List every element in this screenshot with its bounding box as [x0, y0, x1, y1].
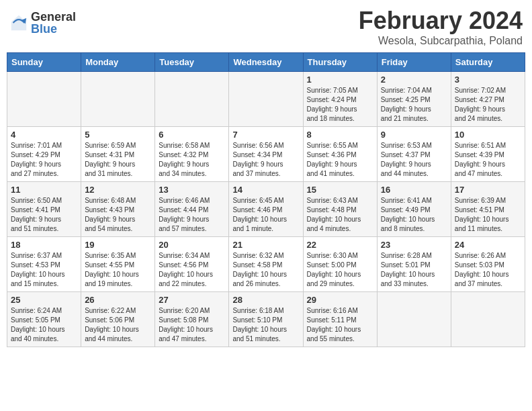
day-info: Sunrise: 7:05 AM Sunset: 4:24 PM Dayligh…	[307, 86, 373, 124]
logo-blue-text: Blue	[31, 23, 76, 35]
calendar-cell: 3Sunrise: 7:02 AM Sunset: 4:27 PM Daylig…	[451, 72, 525, 127]
week-row-4: 25Sunrise: 6:24 AM Sunset: 5:05 PM Dayli…	[7, 292, 525, 347]
day-info: Sunrise: 6:18 AM Sunset: 5:10 PM Dayligh…	[232, 306, 299, 344]
calendar-cell: 10Sunrise: 6:51 AM Sunset: 4:39 PM Dayli…	[451, 127, 525, 182]
calendar-cell: 2Sunrise: 7:04 AM Sunset: 4:25 PM Daylig…	[377, 72, 451, 127]
day-info: Sunrise: 6:20 AM Sunset: 5:08 PM Dayligh…	[159, 306, 225, 344]
day-number: 18	[11, 240, 77, 250]
logo-general-text: General	[31, 11, 76, 23]
day-info: Sunrise: 6:45 AM Sunset: 4:46 PM Dayligh…	[232, 196, 299, 234]
calendar-cell: 24Sunrise: 6:26 AM Sunset: 5:03 PM Dayli…	[451, 237, 525, 292]
calendar-cell: 23Sunrise: 6:28 AM Sunset: 5:01 PM Dayli…	[377, 237, 451, 292]
calendar-cell: 18Sunrise: 6:37 AM Sunset: 4:53 PM Dayli…	[7, 237, 81, 292]
day-info: Sunrise: 6:56 AM Sunset: 4:34 PM Dayligh…	[232, 141, 299, 179]
day-info: Sunrise: 6:34 AM Sunset: 4:56 PM Dayligh…	[159, 251, 225, 289]
day-number: 19	[85, 240, 151, 250]
day-info: Sunrise: 6:24 AM Sunset: 5:05 PM Dayligh…	[11, 306, 77, 344]
week-row-3: 18Sunrise: 6:37 AM Sunset: 4:53 PM Dayli…	[7, 237, 525, 292]
calendar-cell: 25Sunrise: 6:24 AM Sunset: 5:05 PM Dayli…	[7, 292, 81, 347]
header-tuesday: Tuesday	[155, 53, 229, 72]
calendar-cell: 6Sunrise: 6:58 AM Sunset: 4:32 PM Daylig…	[155, 127, 229, 182]
page-header: General Blue February 2024 Wesola, Subca…	[7, 7, 525, 47]
calendar-cell: 14Sunrise: 6:45 AM Sunset: 4:46 PM Dayli…	[229, 182, 303, 237]
day-info: Sunrise: 6:51 AM Sunset: 4:39 PM Dayligh…	[455, 141, 521, 179]
day-number: 22	[307, 240, 373, 250]
day-number: 3	[455, 75, 521, 85]
calendar-cell: 12Sunrise: 6:48 AM Sunset: 4:43 PM Dayli…	[81, 182, 155, 237]
calendar-cell	[451, 292, 525, 347]
day-info: Sunrise: 6:26 AM Sunset: 5:03 PM Dayligh…	[455, 251, 521, 289]
day-number: 21	[232, 240, 299, 250]
day-info: Sunrise: 6:28 AM Sunset: 5:01 PM Dayligh…	[381, 251, 447, 289]
header-saturday: Saturday	[451, 53, 525, 72]
day-info: Sunrise: 6:22 AM Sunset: 5:06 PM Dayligh…	[85, 306, 151, 344]
day-info: Sunrise: 6:58 AM Sunset: 4:32 PM Dayligh…	[159, 141, 225, 179]
day-info: Sunrise: 7:02 AM Sunset: 4:27 PM Dayligh…	[455, 86, 521, 124]
calendar-cell: 13Sunrise: 6:46 AM Sunset: 4:44 PM Dayli…	[155, 182, 229, 237]
day-info: Sunrise: 6:53 AM Sunset: 4:37 PM Dayligh…	[381, 141, 447, 179]
calendar-cell: 15Sunrise: 6:43 AM Sunset: 4:48 PM Dayli…	[303, 182, 377, 237]
calendar-cell: 11Sunrise: 6:50 AM Sunset: 4:41 PM Dayli…	[7, 182, 81, 237]
day-number: 25	[11, 295, 77, 305]
day-number: 26	[85, 295, 151, 305]
day-number: 5	[85, 130, 151, 140]
calendar-table: SundayMondayTuesdayWednesdayThursdayFrid…	[7, 52, 525, 347]
calendar-cell	[7, 72, 81, 127]
day-info: Sunrise: 6:32 AM Sunset: 4:58 PM Dayligh…	[232, 251, 299, 289]
day-number: 11	[11, 185, 77, 195]
day-info: Sunrise: 6:41 AM Sunset: 4:49 PM Dayligh…	[381, 196, 447, 234]
logo: General Blue	[9, 11, 76, 35]
header-row: SundayMondayTuesdayWednesdayThursdayFrid…	[7, 53, 525, 72]
calendar-cell: 19Sunrise: 6:35 AM Sunset: 4:55 PM Dayli…	[81, 237, 155, 292]
day-info: Sunrise: 6:48 AM Sunset: 4:43 PM Dayligh…	[85, 196, 151, 234]
week-row-1: 4Sunrise: 7:01 AM Sunset: 4:29 PM Daylig…	[7, 127, 525, 182]
week-row-0: 1Sunrise: 7:05 AM Sunset: 4:24 PM Daylig…	[7, 72, 525, 127]
day-number: 29	[307, 295, 373, 305]
day-number: 16	[381, 185, 447, 195]
calendar-cell	[81, 72, 155, 127]
day-info: Sunrise: 6:55 AM Sunset: 4:36 PM Dayligh…	[307, 141, 373, 179]
calendar-cell: 8Sunrise: 6:55 AM Sunset: 4:36 PM Daylig…	[303, 127, 377, 182]
header-thursday: Thursday	[303, 53, 377, 72]
calendar-cell: 27Sunrise: 6:20 AM Sunset: 5:08 PM Dayli…	[155, 292, 229, 347]
day-number: 12	[85, 185, 151, 195]
calendar-cell	[229, 72, 303, 127]
day-number: 27	[159, 295, 225, 305]
calendar-cell: 7Sunrise: 6:56 AM Sunset: 4:34 PM Daylig…	[229, 127, 303, 182]
calendar-cell	[377, 292, 451, 347]
day-number: 9	[381, 130, 447, 140]
day-number: 1	[307, 75, 373, 85]
calendar-body: 1Sunrise: 7:05 AM Sunset: 4:24 PM Daylig…	[7, 72, 525, 347]
calendar-cell: 9Sunrise: 6:53 AM Sunset: 4:37 PM Daylig…	[377, 127, 451, 182]
calendar-cell: 20Sunrise: 6:34 AM Sunset: 4:56 PM Dayli…	[155, 237, 229, 292]
location-text: Wesola, Subcarpathia, Poland	[359, 35, 523, 47]
day-info: Sunrise: 6:50 AM Sunset: 4:41 PM Dayligh…	[11, 196, 77, 234]
day-number: 10	[455, 130, 521, 140]
calendar-cell: 1Sunrise: 7:05 AM Sunset: 4:24 PM Daylig…	[303, 72, 377, 127]
day-info: Sunrise: 6:30 AM Sunset: 5:00 PM Dayligh…	[307, 251, 373, 289]
day-number: 23	[381, 240, 447, 250]
calendar-cell: 22Sunrise: 6:30 AM Sunset: 5:00 PM Dayli…	[303, 237, 377, 292]
day-info: Sunrise: 6:43 AM Sunset: 4:48 PM Dayligh…	[307, 196, 373, 234]
day-number: 2	[381, 75, 447, 85]
day-info: Sunrise: 6:46 AM Sunset: 4:44 PM Dayligh…	[159, 196, 225, 234]
calendar-cell	[155, 72, 229, 127]
day-number: 20	[159, 240, 225, 250]
day-info: Sunrise: 6:37 AM Sunset: 4:53 PM Dayligh…	[11, 251, 77, 289]
day-number: 28	[232, 295, 299, 305]
day-number: 24	[455, 240, 521, 250]
week-row-2: 11Sunrise: 6:50 AM Sunset: 4:41 PM Dayli…	[7, 182, 525, 237]
logo-icon	[9, 13, 28, 32]
day-number: 15	[307, 185, 373, 195]
title-block: February 2024 Wesola, Subcarpathia, Pola…	[359, 7, 523, 47]
calendar-cell: 16Sunrise: 6:41 AM Sunset: 4:49 PM Dayli…	[377, 182, 451, 237]
day-info: Sunrise: 6:35 AM Sunset: 4:55 PM Dayligh…	[85, 251, 151, 289]
header-friday: Friday	[377, 53, 451, 72]
day-number: 7	[232, 130, 299, 140]
header-sunday: Sunday	[7, 53, 81, 72]
calendar-cell: 26Sunrise: 6:22 AM Sunset: 5:06 PM Dayli…	[81, 292, 155, 347]
calendar-cell: 29Sunrise: 6:16 AM Sunset: 5:11 PM Dayli…	[303, 292, 377, 347]
day-info: Sunrise: 7:01 AM Sunset: 4:29 PM Dayligh…	[11, 141, 77, 179]
header-wednesday: Wednesday	[229, 53, 303, 72]
calendar-header: SundayMondayTuesdayWednesdayThursdayFrid…	[7, 53, 525, 72]
